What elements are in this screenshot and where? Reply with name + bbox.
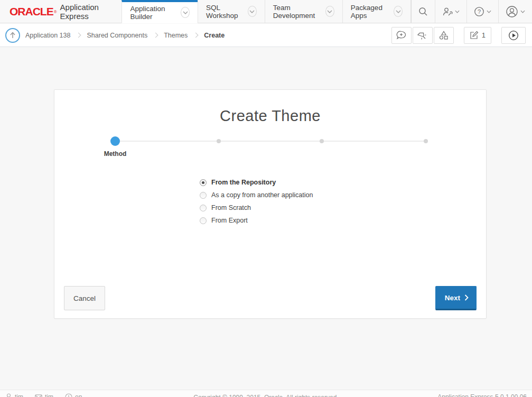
tab-label: Team Development [273, 4, 321, 20]
footer-session-info: tim tim en [5, 393, 82, 397]
registered-mark: ® [54, 10, 57, 14]
top-header-bar: ORACLE ® Application Express Application… [0, 0, 532, 23]
run-application-icon [508, 30, 519, 41]
radio-option-label: From Export [211, 217, 248, 224]
tab-team-development[interactable]: Team Development [265, 0, 342, 23]
page-toolbar: 1 [391, 27, 527, 44]
footer-workspace-name: tim [45, 393, 53, 397]
search-icon [418, 7, 428, 16]
breadcrumb-themes[interactable]: Themes [164, 32, 188, 39]
svg-text:?: ? [478, 8, 481, 15]
main-nav-tabs: Application Builder SQL Workshop Team De… [122, 0, 411, 23]
chevron-down-icon [455, 10, 460, 13]
arrow-up-icon [10, 32, 16, 39]
radio-button-icon[interactable] [200, 205, 207, 211]
step-label-method: Method [83, 150, 147, 158]
step-dot-method [110, 136, 120, 146]
chevron-down-icon [520, 10, 525, 13]
shared-components-button[interactable] [434, 27, 454, 44]
stepper-track [115, 141, 426, 142]
run-application-button[interactable] [501, 27, 526, 44]
footer-language: en [65, 393, 82, 397]
help-menu-button[interactable]: ? [466, 0, 498, 23]
breadcrumb-bar: Application 138 Shared Components Themes… [0, 24, 532, 47]
tab-dropdown-button[interactable] [325, 6, 334, 17]
cancel-button[interactable]: Cancel [64, 286, 105, 310]
chevron-down-icon [249, 10, 255, 13]
breadcrumb-separator-icon [193, 33, 199, 38]
spotlight-button[interactable] [413, 27, 433, 44]
footer-version: Application Express 5.0.1.00.06 [437, 393, 527, 397]
footer-user-name: tim [15, 393, 23, 397]
step-dot-4 [424, 139, 428, 143]
feedback-button[interactable] [391, 27, 412, 44]
wizard-button-row: Cancel Next [64, 286, 477, 310]
chevron-right-icon [464, 294, 469, 301]
footer-workspace: tim [35, 393, 53, 397]
radio-option-label: From the Repository [211, 179, 276, 186]
next-button-label: Next [445, 294, 460, 302]
chevron-down-icon [183, 11, 188, 14]
up-level-button[interactable] [5, 28, 20, 43]
radio-option-label: As a copy from another application [211, 191, 313, 199]
clock-icon [65, 393, 72, 397]
edit-page-number: 1 [482, 31, 486, 39]
step-dot-3 [320, 139, 324, 143]
breadcrumb-create: Create [204, 32, 225, 39]
chevron-down-icon [327, 10, 332, 13]
radio-option-from-scratch[interactable]: From Scratch [200, 201, 313, 214]
page-footer: tim tim en Copyright © 1999, 2015, Oracl… [0, 390, 532, 397]
radio-button-icon[interactable] [200, 217, 207, 224]
next-button[interactable]: Next [435, 286, 477, 310]
radio-button-icon[interactable] [200, 179, 207, 186]
breadcrumb-shared-components[interactable]: Shared Components [87, 32, 147, 39]
admin-icon [442, 7, 453, 16]
tab-dropdown-button[interactable] [181, 7, 190, 18]
tab-label: Packaged Apps [351, 4, 389, 20]
search-button[interactable] [411, 0, 435, 23]
account-icon [506, 5, 518, 18]
footer-language-code: en [75, 393, 82, 397]
account-menu-button[interactable] [498, 0, 532, 23]
tab-packaged-apps[interactable]: Packaged Apps [342, 0, 411, 23]
administration-menu-button[interactable] [435, 0, 466, 23]
spotlight-icon [417, 31, 427, 40]
radio-option-label: From Scratch [211, 204, 251, 211]
radio-button-icon[interactable] [200, 192, 207, 199]
tab-sql-workshop[interactable]: SQL Workshop [198, 0, 265, 23]
tab-dropdown-button[interactable] [394, 6, 403, 17]
breadcrumb-separator-icon [76, 33, 81, 38]
help-icon: ? [474, 6, 484, 17]
oracle-logo: ORACLE [10, 5, 53, 18]
step-dot-2 [217, 139, 221, 143]
breadcrumb: Application 138 Shared Components Themes… [25, 32, 225, 39]
radio-option-copy-from-application[interactable]: As a copy from another application [200, 189, 313, 201]
header-icon-group: ? [411, 0, 532, 23]
footer-user: tim [5, 393, 23, 397]
chevron-down-icon [396, 10, 401, 13]
edit-page-button[interactable]: 1 [464, 27, 491, 44]
radio-option-from-export[interactable]: From Export [200, 214, 313, 227]
tab-dropdown-button[interactable] [248, 6, 257, 17]
tab-label: Application Builder [130, 5, 176, 21]
shared-components-icon [439, 31, 449, 40]
breadcrumb-separator-icon [153, 33, 158, 38]
envelope-icon [35, 394, 42, 397]
tab-application-builder[interactable]: Application Builder [122, 0, 198, 23]
product-name: Application Express [60, 3, 110, 21]
breadcrumb-application[interactable]: Application 138 [25, 32, 70, 39]
feedback-icon [396, 31, 406, 40]
chevron-down-icon [487, 10, 491, 13]
create-theme-wizard-card: Create Theme Method From the Repository … [54, 89, 487, 319]
create-method-radio-group: From the Repository As a copy from anoth… [200, 176, 313, 227]
edit-page-icon [470, 31, 479, 40]
tab-label: SQL Workshop [206, 4, 244, 20]
radio-option-from-repository[interactable]: From the Repository [200, 176, 313, 189]
user-icon [5, 393, 12, 397]
page-title: Create Theme [54, 107, 486, 125]
app-logo[interactable]: ORACLE ® Application Express [0, 0, 122, 23]
